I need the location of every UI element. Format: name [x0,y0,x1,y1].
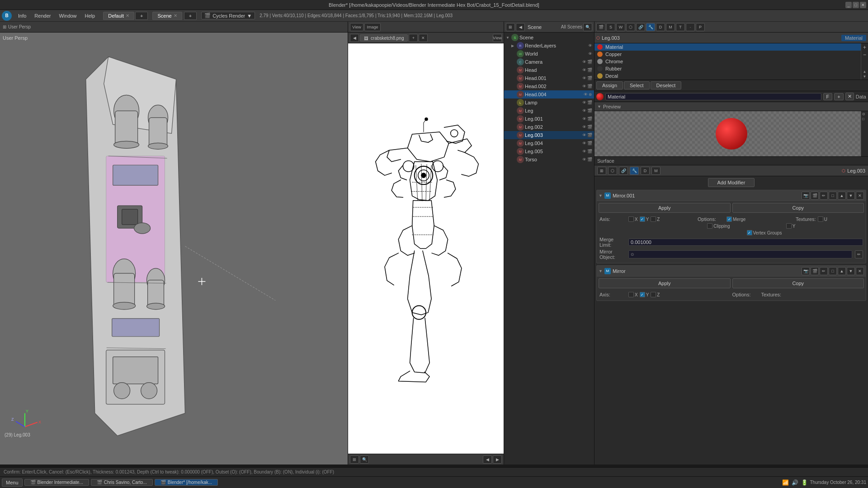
props-btn-render[interactable]: 🎬 [596,23,605,31]
opt-merge-check[interactable]: ✓ Merge [726,216,745,222]
mat-scroll-up[interactable]: ▲ [863,70,867,74]
iv-view-btn[interactable]: View [350,23,363,31]
props-btn-scene[interactable]: S [606,23,615,31]
mat-item-material[interactable]: Material [594,43,861,51]
mat-item-decal[interactable]: Decal [594,72,861,80]
mod2-axis-x[interactable]: X [628,292,638,297]
tex-y-check[interactable]: Y [786,223,796,229]
tree-item-lamp[interactable]: L Lamp 👁 🎬 [504,99,594,107]
opt-clipping-box[interactable] [707,223,712,229]
tree-item-world[interactable]: W World 👁 [504,50,594,58]
opt-vgroups-check[interactable]: ✓ Vertex Groups [747,230,782,235]
iv-collapse-btn[interactable]: ◀ [350,34,359,42]
mod2-down-btn[interactable]: ▼ [847,267,855,275]
minimize-btn[interactable]: _ [845,2,852,8]
iv-close-tab[interactable]: ✕ [419,34,428,42]
menu-info[interactable]: Info [14,12,30,19]
iv-image-btn[interactable]: Image [364,23,381,31]
iv-view-toggle[interactable]: View [493,34,502,42]
props-btn-constraint[interactable]: 🔗 [636,23,645,31]
mod-icon-2[interactable]: ⬡ [608,167,617,175]
tree-item-head004[interactable]: M Head.004 👁 ⊕ [504,90,594,99]
iv-tool-2[interactable]: 🔍 [360,455,369,464]
axis-x-box[interactable] [628,216,634,222]
props-btn-texture[interactable]: T [676,23,685,31]
props-btn-data[interactable]: D [656,23,665,31]
mat-select-btn[interactable]: Select [624,81,650,89]
preview-btn-flat[interactable]: □ [862,117,867,121]
tree-item-leg005[interactable]: M Leg.005 👁 🎬 [504,147,594,155]
outliner-btn-1[interactable]: ⊞ [506,23,515,31]
mod2-render-btn[interactable]: 🎬 [811,267,819,275]
tex-y-box[interactable] [786,223,792,229]
sketch-image[interactable] [348,43,504,454]
iv-file-tab[interactable]: 🖼 crabsketch8.png [360,34,408,42]
props-btn-modifier[interactable]: 🔧 [646,23,655,31]
mod-icon-5[interactable]: D [641,167,650,175]
props-btn-physics[interactable]: P [696,23,705,31]
mat-scroll-down[interactable]: ▼ [863,75,867,79]
mod-icon-6[interactable]: M [651,167,660,175]
scene-tab-add[interactable]: + [184,12,197,20]
axis-y-box[interactable]: ✓ [640,216,645,222]
taskbar-app-1[interactable]: 🎬 Chris Savino, Carto... [91,479,153,486]
mirror-obj-edit-btn[interactable]: ✏ [855,250,863,258]
mod2-axis-z-box[interactable] [651,292,656,297]
merge-limit-input[interactable] [628,239,863,246]
props-btn-particles[interactable]: · [686,23,695,31]
axis-x-check[interactable]: X [628,216,638,222]
maximize-btn[interactable]: □ [853,2,859,8]
mat-assign-btn[interactable]: Assign [596,81,623,89]
mod2-axis-x-box[interactable] [628,292,634,297]
mat-remove-btn[interactable]: − [863,52,866,58]
mod-icon-1[interactable]: ⊞ [597,167,606,175]
axis-z-box[interactable] [651,216,656,222]
tree-item-scene[interactable]: ▼ S Scene [504,33,594,42]
scene-tab-close[interactable]: ✕ [174,13,177,18]
mat-x-btn[interactable]: ✕ [845,93,854,100]
viewport-3d[interactable]: ⊞ User Persp www.rr-sc.com www.rr-sc.com… [0,22,348,465]
iv-tool-3[interactable]: ◀ [483,455,492,464]
menu-render[interactable]: Render [31,12,54,19]
mod-icon-4[interactable]: 🔧 [630,167,639,175]
mod-render-btn[interactable]: 🎬 [811,192,819,200]
props-btn-material[interactable]: M [666,23,675,31]
opt-vgroups-box[interactable]: ✓ [747,230,752,235]
outliner-btn-2[interactable]: ◀ [516,23,525,31]
workspace-tab-default[interactable]: Default ✕ [103,12,134,20]
preview-btn-sphere[interactable]: ⊙ [862,112,867,116]
tex-u-check[interactable]: U [818,216,827,222]
menu-help[interactable]: Help [81,12,99,19]
iv-add-tab[interactable]: + [409,34,418,42]
mod2-axis-y-box[interactable]: ✓ [640,292,645,297]
tree-item-renderlayers[interactable]: ▶ R RenderLayers 👁 [504,42,594,50]
mat-item-copper[interactable]: Copper [594,51,861,58]
taskbar-app-2[interactable]: 🎬 Blender* [/home/kak... [155,479,218,486]
opt-merge-box[interactable]: ✓ [726,216,732,222]
workspace-tab-add[interactable]: + [135,12,148,20]
tree-item-leg003[interactable]: M Leg.003 👁 🎬 [504,131,594,139]
mat-item-chrome[interactable]: Chrome [594,58,861,65]
mat-deselect-btn[interactable]: Deselect [651,81,682,89]
props-btn-world[interactable]: W [616,23,625,31]
engine-selector[interactable]: 🎬 Cycles Render ▼ [201,12,255,19]
mod2-up-btn[interactable]: ▲ [838,267,846,275]
mod-delete-btn[interactable]: ✕ [856,192,864,200]
add-modifier-btn[interactable]: Add Modifier [708,178,755,187]
tree-item-leg002[interactable]: M Leg.002 👁 🎬 [504,123,594,131]
mod-mirror001-apply[interactable]: Apply [599,203,731,213]
axis-z-check[interactable]: Z [651,216,660,222]
mat-data-input[interactable] [605,93,821,100]
menu-taskbar-btn[interactable]: Menu [2,479,23,487]
mod2-frame-btn[interactable]: □ [829,267,837,275]
taskbar-app-0[interactable]: 🎬 Blender Intermediate... [24,479,89,486]
mod-down-btn[interactable]: ▼ [847,192,855,200]
outliner-search-btn[interactable]: 🔍 [583,23,592,31]
mod-up-btn[interactable]: ▲ [838,192,846,200]
mat-item-rubber[interactable]: Rubber [594,65,861,72]
tree-item-leg004[interactable]: M Leg.004 👁 🎬 [504,139,594,147]
tree-item-head002[interactable]: M Head.002 👁 🎬 [504,82,594,90]
tree-item-head001[interactable]: M Head.001 👁 🎬 [504,74,594,82]
mod-mirror-apply[interactable]: Apply [599,278,731,288]
mirror-obj-input[interactable]: ⊙ [628,250,852,258]
